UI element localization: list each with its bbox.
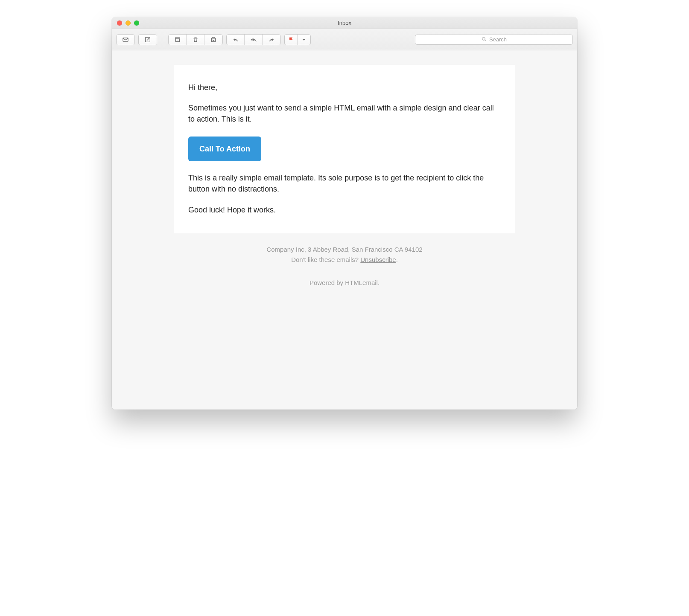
forward-icon [268, 36, 275, 43]
footer-unsub-suffix: . [396, 256, 398, 263]
email-greeting: Hi there, [188, 82, 501, 93]
email-intro: Sometimes you just want to send a simple… [188, 102, 501, 125]
search-input[interactable] [415, 35, 573, 45]
zoom-window-button[interactable] [134, 20, 139, 26]
email-body: Hi there, Sometimes you just want to sen… [174, 65, 515, 233]
window-title: Inbox [112, 17, 577, 29]
cta-button[interactable]: Call To Action [188, 137, 261, 161]
flag-menu-button[interactable] [298, 35, 310, 45]
reply-group [226, 34, 281, 45]
trash-icon [192, 36, 199, 43]
footer-unsub-prefix: Don't like these emails? [291, 256, 360, 263]
reply-icon [232, 36, 239, 43]
compose-icon [144, 36, 151, 43]
forward-button[interactable] [263, 35, 280, 45]
compose-button[interactable] [139, 35, 157, 45]
reply-all-button[interactable] [245, 35, 263, 45]
archive-button[interactable] [169, 35, 187, 45]
email-body-text: This is a really simple email template. … [188, 172, 501, 195]
search-field-wrap: Search [415, 35, 573, 45]
close-window-button[interactable] [117, 20, 122, 26]
flag-icon [288, 36, 295, 43]
footer-unsubscribe-line: Don't like these emails? Unsubscribe. [178, 255, 511, 265]
message-viewport: Hi there, Sometimes you just want to sen… [112, 50, 577, 410]
footer-address: Company Inc, 3 Abbey Road, San Francisco… [178, 244, 511, 255]
junk-icon [210, 36, 217, 43]
unsubscribe-link[interactable]: Unsubscribe [360, 256, 396, 263]
reply-all-icon [250, 36, 257, 43]
mail-icon [122, 36, 129, 43]
footer-powered-by: Powered by HTMLemail. [178, 278, 511, 288]
archive-icon [174, 36, 181, 43]
titlebar: Inbox [112, 17, 577, 29]
chevron-down-icon [301, 36, 307, 43]
junk-button[interactable] [204, 35, 222, 45]
delete-button[interactable] [187, 35, 204, 45]
minimize-window-button[interactable] [126, 20, 131, 26]
mail-window: Inbox [112, 17, 577, 410]
get-mail-button[interactable] [117, 35, 134, 45]
compose-group [138, 34, 157, 45]
mailbox-group [116, 34, 135, 45]
toolbar: Search [112, 29, 577, 50]
organize-group [168, 34, 223, 45]
email-footer: Company Inc, 3 Abbey Road, San Francisco… [174, 233, 515, 314]
email-signoff: Good luck! Hope it works. [188, 204, 501, 215]
flag-button[interactable] [285, 35, 298, 45]
reply-button[interactable] [227, 35, 245, 45]
window-controls [112, 20, 139, 26]
flag-group [284, 34, 311, 45]
